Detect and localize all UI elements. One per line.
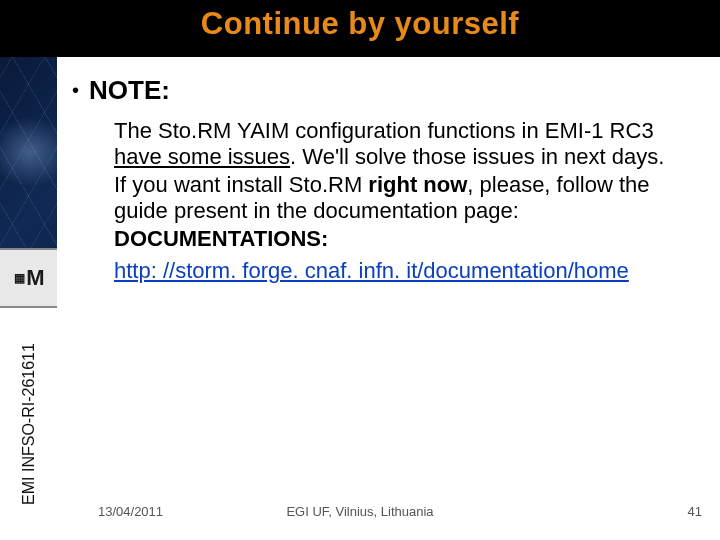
footer: 13/04/2011 EGI UF, Vilnius, Lithuania 41 [0,504,720,526]
footer-page-number: 41 [688,504,702,519]
page-title: Continue by yourself [0,6,720,42]
sidebar-glow [0,117,57,187]
para1-underlined: have some issues [114,144,290,169]
para2-bold: right now [368,172,467,197]
para2-pre: If you want install Sto.RM [114,172,368,197]
note-para-1: The Sto.RM YAIM configuration functions … [114,118,679,170]
slide: Continue by yourself ▦ M EMI INFSO-RI-26… [0,0,720,540]
footer-venue: EGI UF, Vilnius, Lithuania [0,504,720,519]
documentations-label: DOCUMENTATIONS: [114,226,679,252]
emblem-letter: M [26,265,42,291]
documentation-link[interactable]: http: //storm. forge. cnaf. infn. it/doc… [114,258,629,283]
content-area: • NOTE: The Sto.RM YAIM configuration fu… [72,75,702,284]
sidebar-emblem: ▦ M [0,248,57,308]
note-body: The Sto.RM YAIM configuration functions … [114,118,679,252]
sidebar-vertical-label: EMI INFSO-RI-261611 [20,343,38,505]
note-para-2: If you want install Sto.RM right now, pl… [114,172,679,224]
note-bullet-row: • NOTE: [72,75,702,106]
documentation-link-line: http: //storm. forge. cnaf. infn. it/doc… [114,258,702,284]
para1-post: . We'll solve those issues in next days. [290,144,664,169]
para1-pre: The Sto.RM YAIM configuration functions … [114,118,654,143]
emblem-grid-icon: ▦ [14,273,23,283]
bullet-icon: • [72,79,79,102]
note-heading: NOTE: [89,75,170,106]
